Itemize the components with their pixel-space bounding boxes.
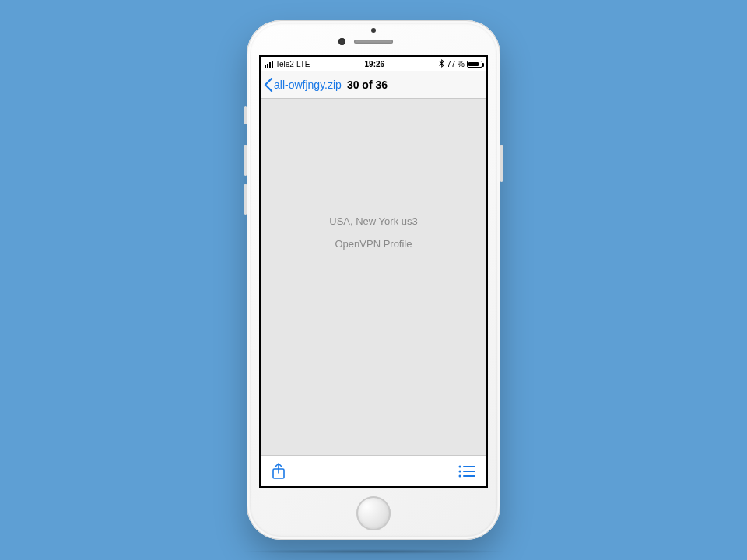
proximity-sensor-icon (338, 38, 345, 45)
navigation-bar: all-owfjngy.zip 30 of 36 (261, 71, 486, 99)
page-title: 30 of 36 (347, 79, 388, 91)
file-preview-area[interactable]: USA, New York us3 OpenVPN Profile (261, 99, 486, 455)
back-label: all-owfjngy.zip (274, 79, 342, 91)
svg-point-3 (459, 470, 461, 472)
volume-up-button (244, 145, 247, 176)
earpiece-speaker (354, 40, 393, 44)
svg-point-5 (459, 474, 461, 477)
network-type-label: LTE (296, 60, 310, 68)
bottom-toolbar (261, 455, 486, 486)
battery-icon (467, 61, 482, 68)
iphone-device-frame: Tele2 LTE 19:26 77 % all-owfjngy.zip 30 … (247, 20, 500, 540)
list-view-button[interactable] (458, 465, 475, 478)
battery-percent-label: 77 % (447, 60, 465, 68)
share-button[interactable] (272, 463, 286, 480)
mute-switch (244, 106, 247, 124)
device-shadow (237, 549, 510, 554)
clock-label: 19:26 (310, 60, 440, 68)
home-button[interactable] (356, 496, 391, 530)
file-title-label: USA, New York us3 (329, 215, 417, 227)
list-icon (458, 465, 475, 478)
status-bar: Tele2 LTE 19:26 77 % (261, 57, 486, 71)
share-icon (272, 463, 286, 480)
svg-point-1 (459, 465, 461, 467)
power-button (500, 145, 503, 182)
volume-down-button (244, 184, 247, 215)
svg-rect-4 (463, 471, 475, 472)
file-subtitle-label: OpenVPN Profile (335, 238, 412, 250)
back-button[interactable]: all-owfjngy.zip (264, 78, 342, 92)
phone-screen: Tele2 LTE 19:26 77 % all-owfjngy.zip 30 … (259, 55, 488, 488)
bluetooth-icon (439, 59, 444, 69)
chevron-left-icon (264, 78, 273, 92)
cellular-signal-icon (265, 61, 273, 68)
svg-rect-2 (463, 466, 475, 467)
front-camera-icon (371, 28, 376, 33)
carrier-label: Tele2 (275, 60, 294, 68)
svg-rect-6 (463, 475, 475, 477)
